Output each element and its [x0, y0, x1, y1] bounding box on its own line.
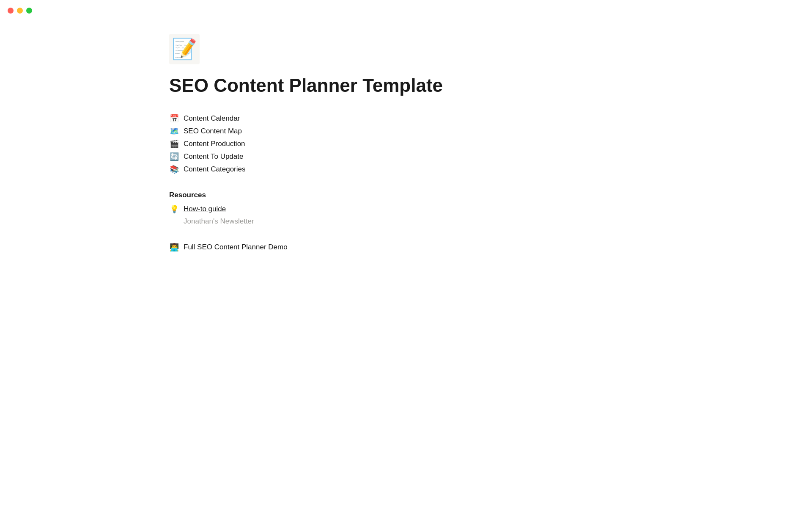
nav-item-seo-content-map[interactable]: 🗺️ SEO Content Map	[169, 125, 516, 138]
nav-item-content-calendar[interactable]: 📅 Content Calendar	[169, 112, 516, 125]
page-icon: 📝	[169, 34, 200, 64]
page-title: SEO Content Planner Template	[169, 75, 516, 97]
demo-icon: 👨‍💻	[169, 243, 179, 252]
nav-item-label: Content Categories	[184, 165, 245, 174]
resource-item-newsletter: Jonathan's Newsletter	[169, 215, 516, 227]
calendar-icon: 📅	[169, 114, 179, 123]
categories-icon: 📚	[169, 165, 179, 174]
main-content: 📝 SEO Content Planner Template 📅 Content…	[152, 0, 533, 287]
nav-item-label: SEO Content Map	[184, 127, 242, 135]
production-icon: 🎬	[169, 139, 179, 149]
minimize-button[interactable]	[17, 8, 23, 14]
traffic-lights	[8, 8, 32, 14]
nav-item-label: Content To Update	[184, 152, 243, 161]
nav-item-content-to-update[interactable]: 🔄 Content To Update	[169, 150, 516, 163]
demo-item[interactable]: 👨‍💻 Full SEO Content Planner Demo	[169, 241, 516, 254]
nav-item-label: Content Production	[184, 140, 245, 148]
resources-list: 💡 How-to guide Jonathan's Newsletter	[169, 203, 516, 227]
close-button[interactable]	[8, 8, 14, 14]
nav-item-label: Content Calendar	[184, 114, 240, 123]
page-icon-image: 📝	[169, 34, 200, 64]
resources-heading: Resources	[169, 191, 516, 199]
maximize-button[interactable]	[26, 8, 32, 14]
resource-item-label: How-to guide	[184, 205, 226, 213]
lightbulb-icon: 💡	[169, 204, 179, 214]
nav-item-content-categories[interactable]: 📚 Content Categories	[169, 163, 516, 176]
resource-item-how-to-guide[interactable]: 💡 How-to guide	[169, 203, 516, 215]
update-icon: 🔄	[169, 152, 179, 161]
resource-item-label-plain: Jonathan's Newsletter	[184, 217, 254, 226]
nav-list: 📅 Content Calendar 🗺️ SEO Content Map 🎬 …	[169, 112, 516, 176]
demo-item-label: Full SEO Content Planner Demo	[184, 243, 288, 251]
nav-item-content-production[interactable]: 🎬 Content Production	[169, 138, 516, 150]
map-icon: 🗺️	[169, 127, 179, 136]
